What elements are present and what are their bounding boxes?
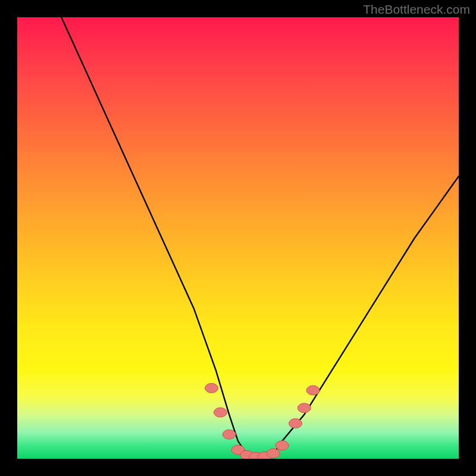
chart-frame: TheBottleneck.com xyxy=(0,0,476,476)
curve-marker xyxy=(298,403,311,413)
watermark-text: TheBottleneck.com xyxy=(363,2,470,17)
bottleneck-curve xyxy=(61,17,459,459)
curve-marker xyxy=(214,408,227,417)
curve-marker xyxy=(223,430,236,439)
curve-marker xyxy=(306,386,320,395)
curve-marker xyxy=(289,419,302,428)
curve-marker xyxy=(275,441,289,450)
chart-svg xyxy=(17,17,459,459)
curve-marker xyxy=(267,449,280,458)
curve-marker xyxy=(205,383,218,393)
curve-markers xyxy=(205,383,320,459)
chart-plot-area xyxy=(17,17,459,459)
